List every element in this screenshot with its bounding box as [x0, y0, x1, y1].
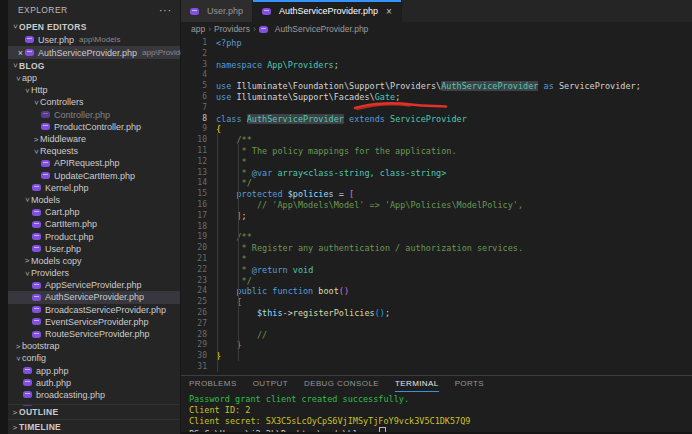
line-number: 31	[181, 362, 216, 373]
code-line[interactable]: 31	[181, 362, 692, 373]
section-timeline[interactable]: > TIMELINE	[8, 419, 180, 434]
chevron-down-icon: >	[14, 354, 23, 362]
tree-folder-item[interactable]: >Requests	[8, 145, 180, 157]
terminal-output-line[interactable]: Password grant client created successful…	[189, 394, 692, 405]
panel-tab-ports[interactable]: PORTS	[455, 376, 484, 392]
php-file-icon	[23, 391, 32, 398]
tree-folder-item[interactable]: >Models	[8, 194, 180, 206]
tree-file-item[interactable]: APIRequest.php	[8, 157, 180, 169]
tree-item-label: Providers	[31, 268, 69, 278]
code-line[interactable]: 7	[181, 103, 692, 114]
code-text: * The policy mappings for the applicatio…	[216, 146, 457, 157]
code-line[interactable]: 9{	[181, 124, 692, 135]
code-line[interactable]: 16 // 'App\Models\Model' => 'App\Policie…	[181, 200, 692, 211]
code-text: <?php	[216, 38, 242, 49]
code-line[interactable]: 20 * Register any authentication / autho…	[181, 243, 692, 254]
code-line[interactable]: 19 /**	[181, 232, 692, 243]
code-line[interactable]: 5use Illuminate\Foundation\Support\Provi…	[181, 81, 692, 92]
code-line[interactable]: 3namespace App\Providers;	[181, 60, 692, 71]
close-icon[interactable]: ×	[16, 48, 25, 58]
line-number: 15	[181, 189, 216, 200]
code-line[interactable]: 17 ];	[181, 211, 692, 222]
code-text: $this->registerPolicies();	[216, 308, 390, 319]
code-line[interactable]: 27	[181, 319, 692, 330]
code-line[interactable]: 25 {	[181, 297, 692, 308]
tree-folder-item[interactable]: >Models copy	[8, 255, 180, 267]
tree-file-item[interactable]: UpdateCartItem.php	[8, 170, 180, 182]
chevron-down-icon: >	[23, 86, 32, 94]
panel-tab-output[interactable]: OUTPUT	[253, 376, 288, 392]
code-line[interactable]: 1<?php	[181, 38, 692, 49]
code-line[interactable]: 10 /**	[181, 135, 692, 146]
tree-folder-item[interactable]: >Http	[8, 84, 180, 96]
code-line[interactable]: 30}	[181, 351, 692, 362]
code-line[interactable]: 11 * The policy mappings for the applica…	[181, 146, 692, 157]
code-line[interactable]: 21 *	[181, 254, 692, 265]
tree-item-label: BroadcastServiceProvider.php	[45, 305, 166, 315]
code-area[interactable]: 1<?php2 3namespace App\Providers;4 5use …	[181, 36, 692, 373]
tab-user-php[interactable]: User.php	[181, 0, 253, 22]
close-icon[interactable]: ×	[386, 6, 392, 17]
tree-item-label: AuthServiceProvider.php	[45, 292, 144, 302]
tree-item-label: Models	[31, 195, 60, 205]
panel-tab-problems[interactable]: PROBLEMS	[189, 376, 237, 392]
tree-file-item[interactable]: EventServiceProvider.php	[8, 316, 180, 328]
code-line[interactable]: 6use Illuminate\Support\Facades\Gate;	[181, 92, 692, 103]
more-actions-icon[interactable]: ···	[159, 5, 172, 16]
tree-file-item[interactable]: broadcasting.php	[8, 389, 180, 401]
tree-file-item[interactable]: Controller.php	[8, 109, 180, 121]
breadcrumb-item[interactable]: AuthServiceProvider.php	[275, 24, 369, 34]
tree-file-item[interactable]: RouteServiceProvider.php	[8, 328, 180, 340]
panel-tab-terminal[interactable]: TERMINAL	[395, 376, 439, 392]
code-line[interactable]: 18	[181, 222, 692, 233]
tree-folder-item[interactable]: >Middleware	[8, 133, 180, 145]
code-line[interactable]: 14 */	[181, 178, 692, 189]
code-line[interactable]: 22 * @return void	[181, 265, 692, 276]
open-editor-item[interactable]: User.phpapp\Models	[8, 33, 180, 46]
tree-file-item[interactable]: AppServiceProvider.php	[8, 279, 180, 291]
terminal-output-line[interactable]: Client secret: SX3C5sLcOyCpS6VjIMSyTjFoY…	[189, 416, 692, 427]
section-outline[interactable]: > OUTLINE	[8, 404, 180, 419]
code-line[interactable]: 29 }	[181, 340, 692, 351]
breadcrumb-item[interactable]: app	[191, 24, 205, 34]
breadcrumb-item[interactable]: Providers	[214, 24, 250, 34]
tree-file-item[interactable]: app.php	[8, 365, 180, 377]
indent-guide	[217, 133, 218, 372]
tree-file-item[interactable]: BroadcastServiceProvider.php	[8, 304, 180, 316]
code-line[interactable]: 24 public function boot()	[181, 286, 692, 297]
tree-file-item[interactable]: CartItem.php	[8, 218, 180, 230]
section-folder-blog[interactable]: > BLOG	[8, 59, 180, 72]
tree-file-item[interactable]: Kernel.php	[8, 182, 180, 194]
panel-tab-debug-console[interactable]: DEBUG CONSOLE	[304, 376, 379, 392]
tab-authserviceprovider-php[interactable]: AuthServiceProvider.php×	[253, 0, 402, 22]
tree-file-item[interactable]: ProductController.php	[8, 121, 180, 133]
tree-folder-item[interactable]: >app	[8, 72, 180, 84]
tree-file-item[interactable]: AuthServiceProvider.php	[8, 291, 180, 303]
tree-file-item[interactable]: auth.php	[8, 377, 180, 389]
code-line[interactable]: 2	[181, 49, 692, 60]
section-open-editors[interactable]: > OPEN EDITORS	[8, 20, 180, 33]
php-file-icon	[32, 209, 41, 216]
code-line[interactable]: 13 * @var array<class-string, class-stri…	[181, 168, 692, 179]
breadcrumb[interactable]: app›Providers›AuthServiceProvider.php	[181, 22, 692, 36]
tree-folder-item[interactable]: >Providers	[8, 267, 180, 279]
code-line[interactable]: 26 $this->registerPolicies();	[181, 308, 692, 319]
terminal[interactable]: Password grant client created successful…	[181, 391, 692, 434]
open-editor-item[interactable]: ×AuthServiceProvider.phpapp\Providers	[8, 46, 180, 59]
code-line[interactable]: 28 //	[181, 330, 692, 341]
tree-folder-item[interactable]: >config	[8, 352, 180, 364]
code-line[interactable]: 23 */	[181, 276, 692, 287]
breadcrumb-separator-icon: ›	[253, 24, 256, 34]
terminal-output-line[interactable]: Client ID: 2	[189, 405, 692, 416]
code-text: * @return void	[216, 265, 313, 276]
tree-file-item[interactable]: User.php	[8, 243, 180, 255]
code-line[interactable]: 12 *	[181, 157, 692, 168]
tree-folder-item[interactable]: >bootstrap	[8, 340, 180, 352]
code-line[interactable]: 4	[181, 70, 692, 81]
tree-file-item[interactable]: Product.php	[8, 230, 180, 242]
code-text: namespace App\Providers;	[216, 60, 339, 71]
code-line[interactable]: 15 protected $policies = [	[181, 189, 692, 200]
code-line[interactable]: 8class AuthServiceProvider extends Servi…	[181, 114, 692, 125]
tree-folder-item[interactable]: >Controllers	[8, 96, 180, 108]
tree-file-item[interactable]: Cart.php	[8, 206, 180, 218]
